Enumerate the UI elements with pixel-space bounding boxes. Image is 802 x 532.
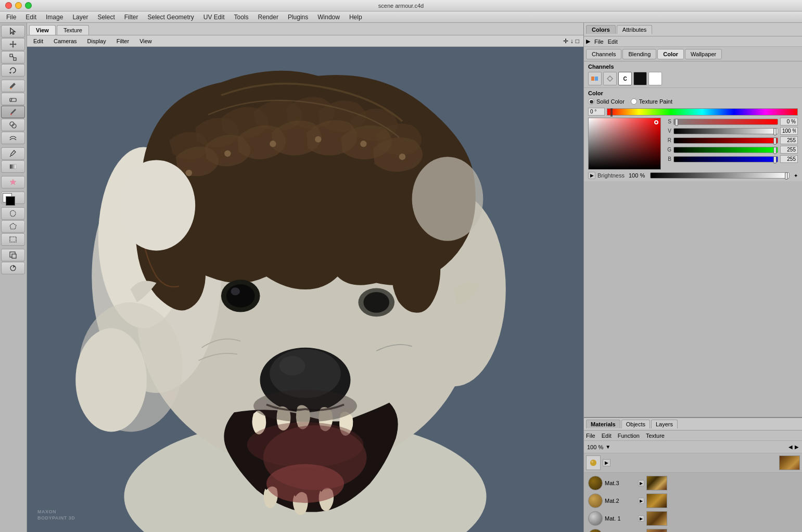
tool-eyedropper[interactable] (1, 147, 25, 160)
mat-menu-function[interactable]: Function (618, 433, 640, 439)
menu-filter[interactable]: Filter (120, 12, 143, 22)
viewport-canvas[interactable]: MAXON BODYPAINT 3D (27, 47, 583, 532)
mat-new-icon-arrow[interactable]: ▶ (603, 459, 610, 466)
mat-scroll-left[interactable]: ◀ (788, 444, 793, 450)
menu-file[interactable]: File (2, 12, 20, 22)
b-track[interactable] (673, 156, 778, 162)
s-value[interactable] (780, 118, 798, 125)
minimize-button[interactable] (15, 2, 22, 9)
menu-uv-edit[interactable]: UV Edit (199, 12, 229, 22)
mat-row-2[interactable]: Mat.2 ▶ (586, 492, 800, 509)
tab-materials[interactable]: Materials (586, 420, 620, 428)
tab-colors[interactable]: Colors (586, 25, 616, 34)
v-track[interactable] (673, 128, 778, 134)
menu-help[interactable]: Help (345, 12, 366, 22)
g-track[interactable] (673, 147, 778, 153)
color-square[interactable] (588, 118, 661, 170)
r-value[interactable] (780, 136, 798, 144)
tool-polygon-select[interactable] (1, 220, 25, 233)
menu-image[interactable]: Image (42, 12, 67, 22)
mat-row-0[interactable]: Mat ▶ (586, 528, 800, 532)
mat-arrow-1[interactable]: ▶ (638, 515, 644, 522)
tool-rotate[interactable] (1, 64, 25, 77)
tab-texture[interactable]: Texture (57, 25, 89, 35)
mat-row-1[interactable]: Mat. 1 ▶ (586, 510, 800, 527)
tool-rect-select[interactable] (1, 233, 25, 246)
mat-scroll-right[interactable]: ▶ (795, 444, 799, 450)
viewport-tabs: View Texture (27, 23, 583, 35)
viewport-move-icon[interactable]: ✛ (563, 37, 568, 45)
tool-star[interactable] (1, 176, 25, 188)
tool-eraser[interactable] (1, 93, 25, 105)
mat-menu-texture[interactable]: Texture (646, 433, 665, 439)
channel-btn-2[interactable] (603, 72, 617, 85)
tool-scale[interactable] (1, 51, 25, 64)
menu-select-geometry[interactable]: Select Geometry (143, 12, 198, 22)
tool-lasso[interactable] (1, 207, 25, 220)
menu-layer[interactable]: Layer (68, 12, 92, 22)
subtab-blending[interactable]: Blending (622, 49, 656, 59)
channel-btn-black[interactable] (633, 72, 647, 85)
tool-paint[interactable] (1, 80, 25, 92)
radio-texture-paint[interactable]: Texture Paint (631, 98, 672, 105)
maximize-button[interactable] (25, 2, 32, 9)
vp-menu-view[interactable]: View (135, 37, 156, 45)
brightness-arrow[interactable]: ▶ (588, 172, 595, 179)
menu-select[interactable]: Select (93, 12, 119, 22)
colors-menu-arrow[interactable]: ▶ (586, 38, 590, 45)
mat-arrow-3[interactable]: ▶ (638, 480, 644, 486)
r-track[interactable] (673, 137, 778, 144)
colors-menu-file[interactable]: File (594, 39, 604, 45)
subtab-color[interactable]: Color (657, 49, 684, 59)
b-value[interactable] (780, 155, 798, 163)
mat-menu-file[interactable]: File (586, 433, 595, 439)
vp-menu-display[interactable]: Display (83, 37, 110, 45)
mat-row-3[interactable]: Mat.3 ▶ (586, 475, 800, 491)
tab-layers[interactable]: Layers (651, 420, 678, 428)
tab-attributes[interactable]: Attributes (617, 25, 652, 34)
tool-color-fg[interactable] (1, 192, 25, 204)
viewport-menu: Edit Cameras Display Filter View ✛ ↓ □ (27, 35, 583, 47)
v-value[interactable] (780, 127, 798, 135)
tool-select[interactable] (1, 25, 25, 37)
brightness-track[interactable] (650, 172, 790, 179)
channel-btn-white[interactable] (648, 72, 662, 85)
vp-menu-edit[interactable]: Edit (29, 37, 47, 45)
menu-plugins[interactable]: Plugins (284, 12, 312, 22)
colors-menu-edit[interactable]: Edit (608, 39, 618, 45)
mat-arrow-2[interactable]: ▶ (638, 498, 644, 504)
vp-menu-cameras[interactable]: Cameras (49, 37, 81, 45)
menu-render[interactable]: Render (254, 12, 283, 22)
s-track[interactable] (673, 119, 778, 125)
g-value[interactable] (780, 146, 798, 154)
svg-point-29 (226, 284, 255, 308)
vp-menu-filter[interactable]: Filter (112, 37, 133, 45)
menu-window[interactable]: Window (313, 12, 344, 22)
mat-menu-edit[interactable]: Edit (602, 433, 612, 439)
viewport-expand-icon[interactable]: □ (576, 37, 579, 45)
tool-rotate-view[interactable] (1, 262, 25, 274)
subtab-channels[interactable]: Channels (586, 49, 621, 59)
tab-view[interactable]: View (29, 25, 56, 35)
tab-objects[interactable]: Objects (621, 420, 650, 428)
tool-transform[interactable] (1, 249, 25, 261)
subtab-wallpaper[interactable]: Wallpaper (685, 49, 722, 59)
channel-btn-1[interactable] (588, 72, 602, 85)
menu-edit[interactable]: Edit (21, 12, 41, 22)
brightness-icon[interactable]: ✦ (794, 173, 798, 179)
tool-brush[interactable] (1, 106, 25, 118)
tool-move[interactable] (1, 38, 25, 50)
mat-zoom-btn[interactable]: ▼ (605, 444, 610, 450)
viewport-down-icon[interactable]: ↓ (570, 37, 574, 45)
channel-btn-3[interactable]: C (618, 72, 632, 85)
tool-gradient[interactable] (1, 160, 25, 173)
hue-input[interactable]: 0 ° (588, 108, 605, 116)
menu-tools[interactable]: Tools (230, 12, 253, 22)
close-button[interactable] (5, 2, 12, 9)
hue-bar[interactable] (607, 108, 798, 116)
radio-solid-color[interactable]: Solid Color (588, 98, 625, 105)
tool-clone[interactable] (1, 119, 25, 131)
mat-new-icon[interactable] (586, 455, 601, 470)
tool-smear[interactable] (1, 132, 25, 144)
r-label: R (665, 137, 671, 143)
